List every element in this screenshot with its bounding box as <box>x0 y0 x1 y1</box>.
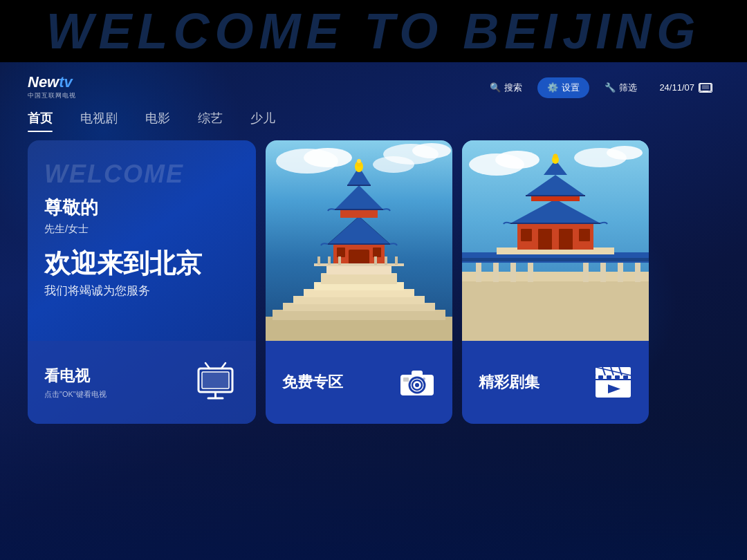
svg-rect-25 <box>373 248 381 257</box>
svg-rect-37 <box>314 263 404 266</box>
temple-image <box>266 140 452 341</box>
main-container: Newtv 中国互联网电视 🔍 搜索 ⚙️ 设置 🔧 筛选 24/11/07 <box>0 62 747 560</box>
svg-rect-59 <box>493 261 499 282</box>
watch-tv-section[interactable]: 看电视 点击"OK"键看电视 <box>28 341 256 424</box>
svg-marker-30 <box>335 185 383 209</box>
svg-rect-41 <box>374 256 377 265</box>
svg-point-53 <box>495 151 540 169</box>
logo-subtitle: 中国互联网电视 <box>28 91 76 100</box>
svg-rect-42 <box>385 256 387 265</box>
svg-rect-4 <box>202 372 229 389</box>
welcome-service: 我们将竭诚为您服务 <box>44 283 239 299</box>
welcome-banner-text: WELCOME <box>44 160 239 189</box>
svg-rect-71 <box>559 229 573 250</box>
welcome-city: 欢迎来到北京 <box>44 250 239 279</box>
svg-rect-72 <box>521 229 532 241</box>
svg-rect-1 <box>702 85 709 89</box>
svg-point-36 <box>357 159 361 163</box>
drama-card[interactable]: 精彩剧集 <box>462 140 649 424</box>
nav-home[interactable]: 首页 <box>28 107 53 129</box>
svg-rect-76 <box>531 196 580 201</box>
svg-rect-61 <box>528 261 533 282</box>
svg-marker-26 <box>328 216 390 244</box>
play-icon <box>594 364 632 402</box>
cards-container: WELCOME 尊敬的 先生/女士 欢迎来到北京 我们将竭诚为您服务 看电视 点… <box>0 140 747 424</box>
search-button[interactable]: 🔍 搜索 <box>480 77 532 98</box>
tv-channel-icon <box>699 83 712 93</box>
svg-rect-73 <box>579 229 590 241</box>
svg-rect-56 <box>462 279 649 341</box>
svg-rect-85 <box>607 375 611 379</box>
date-display: 24/11/07 <box>652 78 719 97</box>
header: Newtv 中国互联网电视 🔍 搜索 ⚙️ 设置 🔧 筛选 24/11/07 <box>0 62 747 107</box>
welcome-card-top: WELCOME 尊敬的 先生/女士 欢迎来到北京 我们将竭诚为您服务 <box>28 140 256 341</box>
free-zone-title: 免费专区 <box>282 372 387 393</box>
nav-kids[interactable]: 少儿 <box>250 107 275 129</box>
svg-rect-48 <box>412 371 423 376</box>
svg-point-50 <box>423 377 425 380</box>
svg-point-13 <box>373 156 414 173</box>
svg-rect-64 <box>618 261 623 282</box>
welcome-greeting: 尊敬的 <box>44 196 239 220</box>
svg-rect-21 <box>326 265 391 274</box>
nav-variety[interactable]: 综艺 <box>198 107 223 129</box>
svg-rect-60 <box>510 261 516 282</box>
drama-image <box>462 140 649 341</box>
svg-rect-20 <box>321 273 397 284</box>
logo-text: Newtv <box>28 75 76 90</box>
search-icon: 🔍 <box>490 82 501 93</box>
drama-bottom[interactable]: 精彩剧集 <box>462 341 649 424</box>
watch-tv-title: 看电视 <box>44 366 180 386</box>
svg-point-12 <box>412 143 451 158</box>
svg-rect-24 <box>337 248 345 257</box>
free-zone-card[interactable]: 免费专区 <box>266 140 452 424</box>
svg-rect-43 <box>395 256 398 265</box>
welcome-sub: 先生/女士 <box>44 223 239 236</box>
nav-tv-drama[interactable]: 电视剧 <box>80 107 118 129</box>
navigation: 首页 电视剧 电影 综艺 少儿 <box>0 107 747 129</box>
svg-rect-70 <box>538 229 552 250</box>
svg-point-47 <box>415 383 419 387</box>
top-banner: WELCOME TO BEIJING <box>0 0 747 62</box>
settings-button[interactable]: ⚙️ 设置 <box>537 77 589 98</box>
svg-rect-63 <box>600 261 606 282</box>
svg-rect-67 <box>462 258 649 261</box>
tv-icon <box>191 358 239 407</box>
svg-rect-87 <box>623 375 628 379</box>
svg-rect-62 <box>583 261 589 282</box>
gear-icon: ⚙️ <box>547 82 558 93</box>
svg-point-81 <box>553 154 558 159</box>
svg-rect-40 <box>338 256 341 265</box>
svg-rect-58 <box>476 261 481 282</box>
watch-tv-hint: 点击"OK"键看电视 <box>44 389 180 400</box>
svg-rect-14 <box>266 317 452 341</box>
svg-rect-29 <box>340 209 378 218</box>
welcome-card[interactable]: WELCOME 尊敬的 先生/女士 欢迎来到北京 我们将竭诚为您服务 看电视 点… <box>28 140 256 424</box>
nav-movie[interactable]: 电影 <box>145 107 170 129</box>
svg-rect-15 <box>273 310 445 320</box>
svg-rect-38 <box>317 256 320 265</box>
svg-point-10 <box>304 148 352 167</box>
watch-tv-text: 看电视 点击"OK"键看电视 <box>44 366 180 400</box>
svg-rect-39 <box>328 256 331 265</box>
svg-rect-49 <box>403 377 409 382</box>
filter-icon: 🔧 <box>605 82 616 93</box>
top-banner-text: WELCOME TO BEIJING <box>46 3 701 59</box>
camera-icon <box>398 364 436 402</box>
svg-rect-65 <box>635 261 640 282</box>
filter-button[interactable]: 🔧 筛选 <box>595 77 647 98</box>
bg-wave <box>0 422 747 560</box>
svg-rect-84 <box>598 375 603 379</box>
svg-rect-86 <box>615 375 620 379</box>
svg-point-55 <box>607 146 643 160</box>
drama-title-text: 精彩剧集 <box>479 372 583 393</box>
free-zone-bottom[interactable]: 免费专区 <box>266 341 452 424</box>
header-actions: 🔍 搜索 ⚙️ 设置 🔧 筛选 24/11/07 <box>480 77 719 98</box>
logo: Newtv 中国互联网电视 <box>28 75 76 100</box>
